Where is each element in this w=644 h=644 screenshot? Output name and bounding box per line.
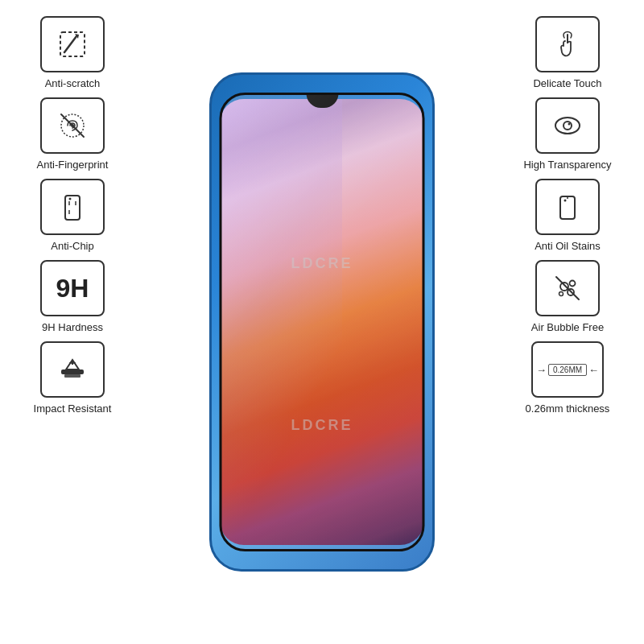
feature-thickness: → 0.26MM ← 0.26mm thickness bbox=[499, 341, 636, 415]
feature-anti-chip: Anti-Chip bbox=[8, 179, 137, 252]
svg-line-25 bbox=[556, 277, 579, 299]
feature-anti-fingerprint: Anti-Fingerprint bbox=[8, 97, 137, 171]
touch-icon bbox=[551, 28, 584, 60]
anti-fingerprint-label: Anti-Fingerprint bbox=[37, 159, 109, 171]
bubble-icon-box bbox=[535, 260, 600, 316]
svg-point-24 bbox=[559, 292, 564, 296]
scratch-icon bbox=[56, 28, 89, 60]
thickness-label: 0.26mm thickness bbox=[526, 402, 610, 415]
bubble-icon bbox=[551, 272, 584, 304]
fingerprint-icon bbox=[56, 109, 89, 142]
transparency-icon-box bbox=[535, 97, 600, 154]
glass-protector bbox=[220, 93, 425, 551]
svg-point-22 bbox=[570, 281, 576, 287]
bubble-label: Air Bubble Free bbox=[531, 321, 604, 333]
svg-rect-18 bbox=[560, 196, 575, 219]
feature-air-bubble: Air Bubble Free bbox=[499, 260, 636, 333]
impact-label: Impact Resistant bbox=[34, 402, 112, 415]
feature-anti-oil: Anti Oil Stains bbox=[499, 179, 636, 252]
oil-icon-box bbox=[535, 179, 600, 235]
anti-chip-icon-box bbox=[40, 179, 105, 235]
svg-point-21 bbox=[560, 283, 568, 291]
phone-mockup: LDCRE LDCRE bbox=[193, 56, 451, 588]
feature-anti-scratch: Anti-scratch bbox=[8, 16, 137, 89]
anti-scratch-label: Anti-scratch bbox=[45, 77, 101, 89]
anti-fingerprint-icon-box bbox=[40, 97, 105, 154]
feature-9h-hardness: 9H 9H Hardness bbox=[8, 260, 137, 333]
svg-point-17 bbox=[568, 123, 571, 126]
hardness-text: 9H bbox=[56, 274, 89, 303]
thickness-value: 0.26MM bbox=[548, 364, 587, 376]
svg-point-15 bbox=[555, 118, 580, 134]
anti-scratch-icon-box bbox=[40, 16, 105, 72]
transparency-label: High Transparency bbox=[523, 159, 611, 171]
impact-icon-box bbox=[40, 341, 105, 398]
hardness-label: 9H Hardness bbox=[42, 321, 103, 333]
svg-point-19 bbox=[564, 200, 567, 202]
oil-icon bbox=[551, 191, 584, 223]
anti-chip-label: Anti-Chip bbox=[51, 240, 93, 252]
svg-rect-12 bbox=[64, 374, 80, 378]
svg-line-1 bbox=[64, 36, 76, 52]
chip-icon bbox=[56, 191, 89, 223]
feature-impact-resistant: Impact Resistant bbox=[8, 341, 137, 415]
touch-icon-box bbox=[535, 16, 600, 72]
transparency-icon bbox=[551, 109, 584, 142]
svg-point-7 bbox=[69, 198, 72, 200]
glass-shine bbox=[222, 95, 423, 549]
thickness-icon-box: → 0.26MM ← bbox=[531, 341, 604, 398]
features-left-column: Anti-scratch Anti-Fingerprint bbox=[8, 16, 137, 415]
oil-label: Anti Oil Stains bbox=[535, 240, 601, 252]
feature-high-transparency: High Transparency bbox=[499, 97, 636, 171]
main-container: Anti-scratch Anti-Fingerprint bbox=[0, 0, 644, 644]
svg-rect-6 bbox=[65, 196, 80, 220]
hardness-icon-box: 9H bbox=[40, 260, 105, 316]
impact-icon bbox=[56, 353, 89, 386]
thickness-content: → 0.26MM ← bbox=[536, 364, 599, 376]
touch-label: Delicate Touch bbox=[533, 77, 601, 89]
svg-point-16 bbox=[564, 122, 572, 130]
thickness-arrows: → 0.26MM ← bbox=[536, 364, 599, 376]
features-right-column: Delicate Touch High Transparency bbox=[499, 16, 636, 415]
feature-delicate-touch: Delicate Touch bbox=[499, 16, 636, 89]
